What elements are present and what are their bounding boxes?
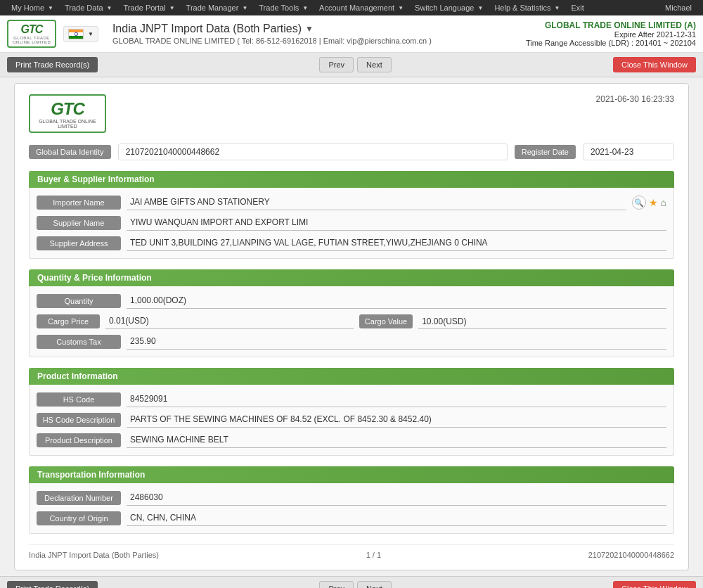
logo-sub-text: GLOBAL TRADE ONLINE LIMITED xyxy=(10,36,53,44)
trade-data-arrow: ▼ xyxy=(107,5,112,11)
supplier-address-label: Supplier Address xyxy=(37,236,121,250)
record-logo-box: GTC GLOBAL TRADE ONLINE LIMITED xyxy=(29,94,106,133)
record-footer-label: India JNPT Import Data (Both Parties) xyxy=(29,551,159,559)
record-logo-sub: GLOBAL TRADE ONLINE LIMITED xyxy=(32,119,103,129)
close-button-bottom[interactable]: Close This Window xyxy=(613,581,696,588)
my-home-arrow: ▼ xyxy=(48,5,53,11)
header-contact: GLOBAL TRADE ONLINE LIMITED ( Tel: 86-51… xyxy=(112,37,519,45)
importer-name-value: JAI AMBE GIFTS AND STATIONERY xyxy=(127,195,626,210)
register-date-label: Register Date xyxy=(515,145,576,159)
nav-account-management[interactable]: Account Management ▼ xyxy=(314,1,409,14)
product-header: Product Information xyxy=(29,368,674,385)
toolbar-center: Prev Next xyxy=(319,57,391,72)
hs-code-desc-value: PARTS OF THE SEWING MACHINES OF 84.52 (E… xyxy=(127,412,666,428)
record-footer-id: 21072021040000448662 xyxy=(588,551,674,559)
close-button-top[interactable]: Close This Window xyxy=(613,57,696,72)
title-dropdown-arrow[interactable]: ▼ xyxy=(305,24,314,34)
main-content: GTC GLOBAL TRADE ONLINE LIMITED 2021-06-… xyxy=(14,83,689,570)
global-data-identity-value: 21072021040000448662 xyxy=(118,143,508,160)
nav-trade-data[interactable]: Trade Data ▼ xyxy=(59,1,118,14)
nav-trade-portal[interactable]: Trade Portal ▼ xyxy=(118,1,181,14)
buyer-supplier-body: Importer Name JAI AMBE GIFTS AND STATION… xyxy=(29,188,674,259)
toolbar-right: Close This Window xyxy=(613,57,696,72)
prev-button-top[interactable]: Prev xyxy=(319,57,354,72)
buyer-supplier-section: Buyer & Supplier Information Importer Na… xyxy=(29,171,674,259)
importer-row: Importer Name JAI AMBE GIFTS AND STATION… xyxy=(37,195,666,210)
account-mgmt-arrow: ▼ xyxy=(398,5,404,11)
bottom-toolbar-center: Prev Next xyxy=(319,581,391,588)
product-desc-row: Product Description SEWING MACHINE BELT xyxy=(37,433,666,448)
customs-tax-label: Customs Tax xyxy=(37,335,121,349)
logo-area: GTC GLOBAL TRADE ONLINE LIMITED xyxy=(7,20,56,48)
transportation-header: Transportation Information xyxy=(29,466,674,483)
record-footer: India JNPT Import Data (Both Parties) 1 … xyxy=(29,544,674,559)
trade-portal-arrow: ▼ xyxy=(169,5,175,11)
quantity-price-section: Quantity & Price Information Quantity 1,… xyxy=(29,269,674,357)
header-bar: GTC GLOBAL TRADE ONLINE LIMITED ▼ India … xyxy=(0,15,703,53)
transportation-section: Transportation Information Declaration N… xyxy=(29,466,674,534)
quantity-row: Quantity 1,000.00(DOZ) xyxy=(37,293,666,309)
country-origin-value: CN, CHN, CHINA xyxy=(127,511,666,526)
trade-manager-arrow: ▼ xyxy=(242,5,247,11)
supplier-name-row: Supplier Name YIWU WANQUAN IMPORT AND EX… xyxy=(37,215,666,231)
flag-arrow: ▼ xyxy=(88,31,93,37)
record-header: GTC GLOBAL TRADE ONLINE LIMITED 2021-06-… xyxy=(29,94,674,133)
identity-row: Global Data Identity 2107202104000044866… xyxy=(29,143,674,160)
quantity-label: Quantity xyxy=(37,294,121,308)
trade-tools-arrow: ▼ xyxy=(302,5,308,11)
hs-code-row: HS Code 84529091 xyxy=(37,392,666,407)
record-logo-gtc: GTC xyxy=(51,99,84,119)
transportation-body: Declaration Number 2486030 Country of Or… xyxy=(29,483,674,534)
hs-code-desc-label: HS Code Description xyxy=(37,413,121,427)
nav-switch-language[interactable]: Switch Language ▼ xyxy=(409,1,489,14)
print-button-bottom[interactable]: Print Trade Record(s) xyxy=(7,581,98,588)
customs-tax-row: Customs Tax 235.90 xyxy=(37,334,666,350)
bottom-toolbar-right: Close This Window xyxy=(613,581,696,588)
hs-code-value: 84529091 xyxy=(127,392,666,407)
record-timestamp: 2021-06-30 16:23:33 xyxy=(596,94,674,104)
cargo-price-row: Cargo Price 0.01(USD) Cargo Value 10.00(… xyxy=(37,314,666,329)
supplier-address-value: TED UNIT 3,BUILDING 27,LIANPING VAL LAGE… xyxy=(127,236,666,251)
product-desc-value: SEWING MACHINE BELT xyxy=(127,433,666,448)
india-flag xyxy=(68,29,84,39)
quantity-value: 1,000.00(DOZ) xyxy=(127,293,666,309)
top-navigation: My Home ▼ Trade Data ▼ Trade Portal ▼ Tr… xyxy=(0,0,703,15)
cargo-value-amount: 10.00(USD) xyxy=(418,314,666,329)
country-origin-label: Country of Origin xyxy=(37,511,121,525)
time-range: Time Range Accessible (LDR) : 201401 ~ 2… xyxy=(526,39,696,47)
nav-trade-manager[interactable]: Trade Manager ▼ xyxy=(181,1,254,14)
nav-help-statistics[interactable]: Help & Statistics ▼ xyxy=(489,1,565,14)
supplier-name-value: YIWU WANQUAN IMPORT AND EXPORT LIMI xyxy=(127,215,666,231)
nav-trade-tools[interactable]: Trade Tools ▼ xyxy=(253,1,314,14)
logo-gtc-text: GTC xyxy=(21,23,43,36)
print-button-top[interactable]: Print Trade Record(s) xyxy=(7,57,98,72)
search-icon[interactable]: 🔍 xyxy=(632,196,646,210)
user-name: Michael xyxy=(659,1,697,14)
product-desc-label: Product Description xyxy=(37,433,121,447)
customs-tax-value: 235.90 xyxy=(127,334,666,350)
star-icon[interactable]: ★ xyxy=(649,197,658,208)
home-icon[interactable]: ⌂ xyxy=(661,197,666,208)
supplier-address-row: Supplier Address TED UNIT 3,BUILDING 27,… xyxy=(37,236,666,251)
importer-name-label: Importer Name xyxy=(37,196,121,210)
cargo-price-label: Cargo Price xyxy=(37,314,100,328)
help-stat-arrow: ▼ xyxy=(554,5,560,11)
flag-dropdown[interactable]: ▼ xyxy=(63,26,98,42)
declaration-number-row: Declaration Number 2486030 xyxy=(37,490,666,506)
cargo-value-label: Cargo Value xyxy=(359,314,413,328)
register-date-value: 2021-04-23 xyxy=(583,143,674,160)
hs-code-label: HS Code xyxy=(37,392,121,407)
nav-exit[interactable]: Exit xyxy=(565,1,589,14)
header-right: GLOBAL TRADE ONLINE LIMITED (A) Expire A… xyxy=(526,20,696,47)
next-button-top[interactable]: Next xyxy=(357,57,392,72)
switch-lang-arrow: ▼ xyxy=(477,5,483,11)
prev-button-bottom[interactable]: Prev xyxy=(319,581,354,588)
bottom-toolbar-left: Print Trade Record(s) xyxy=(7,581,98,588)
next-button-bottom[interactable]: Next xyxy=(357,581,392,588)
nav-my-home[interactable]: My Home ▼ xyxy=(6,1,59,14)
supplier-name-label: Supplier Name xyxy=(37,216,121,230)
hs-code-desc-row: HS Code Description PARTS OF THE SEWING … xyxy=(37,412,666,428)
quantity-price-body: Quantity 1,000.00(DOZ) Cargo Price 0.01(… xyxy=(29,286,674,357)
country-origin-row: Country of Origin CN, CHN, CHINA xyxy=(37,511,666,526)
header-center: India JNPT Import Data (Both Parties) ▼ … xyxy=(105,23,519,45)
